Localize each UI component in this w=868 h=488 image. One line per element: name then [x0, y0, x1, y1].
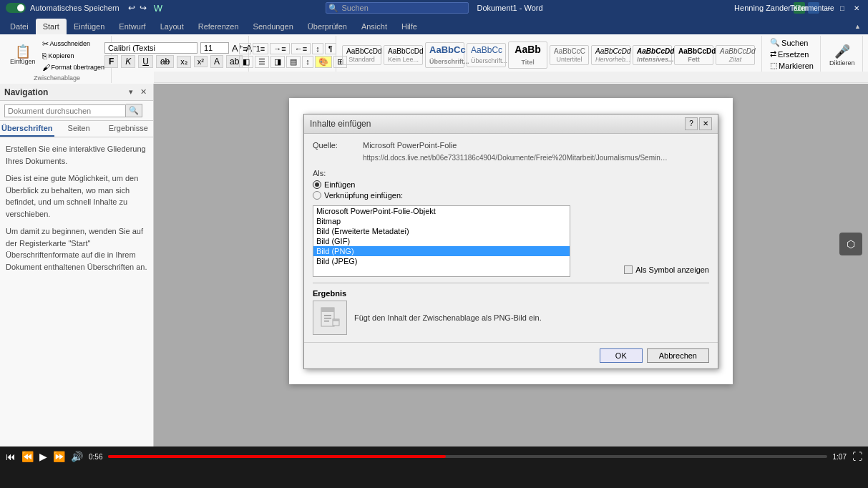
video-progress-bar[interactable]	[108, 455, 826, 458]
sort-btn[interactable]: ↕	[312, 43, 323, 54]
radio-row-einfuegen: Einfügen	[313, 180, 617, 189]
style-untertitel[interactable]: AaBbCcCUntertitel	[550, 45, 589, 65]
mark-button[interactable]: ⬚ Markieren	[768, 60, 816, 71]
tab-ergebnisse[interactable]: Ergebnisse	[104, 121, 153, 137]
paste-button[interactable]: 📋 Einfügen	[7, 44, 39, 67]
align-left-btn[interactable]: ◧	[239, 56, 253, 68]
ok-button[interactable]: OK	[600, 348, 643, 363]
prev-btn[interactable]: ⏪	[21, 451, 34, 462]
format-paint-button[interactable]: 🖌 Format übertragen	[40, 62, 107, 72]
align-center-btn[interactable]: ☰	[255, 56, 269, 68]
subscript-btn[interactable]: x₂	[177, 56, 191, 68]
document-page[interactable]: Inhalte einfügen ? ✕ Quelle: Microsoft P…	[289, 98, 733, 384]
tab-ueberpruefen[interactable]: Überprüfen	[301, 19, 354, 34]
shading-btn[interactable]: 🎨	[315, 56, 332, 68]
style-kein-lee[interactable]: AaBbCcDdKein Lee...	[384, 45, 423, 65]
ribbon-collapse-btn[interactable]: ▲	[847, 19, 868, 34]
sidebar-menu-btn[interactable]: ▾	[127, 87, 135, 97]
sidebar-close-btn[interactable]: ✕	[138, 87, 149, 97]
comments-button[interactable]: Kommentare	[808, 2, 819, 14]
strikethrough-btn[interactable]: ab	[156, 55, 174, 68]
svg-rect-6	[333, 319, 339, 321]
list-item-3[interactable]: Bild (GIF)	[313, 236, 570, 246]
fullscreen-btn[interactable]: ⛶	[852, 451, 862, 462]
tab-ansicht[interactable]: Ansicht	[354, 19, 394, 34]
copy-button[interactable]: ⎘ Kopieren	[40, 51, 107, 61]
radio-verknuepfung-label: Verknüpfung einfügen:	[324, 191, 403, 200]
autosave-toggle[interactable]	[6, 3, 26, 13]
list-item-4[interactable]: Bild (PNG)	[313, 246, 570, 256]
italic-button[interactable]: K	[121, 55, 135, 68]
indent-btn[interactable]: →≡	[270, 43, 289, 54]
tab-datei[interactable]: Datei	[3, 19, 36, 34]
outdent-btn[interactable]: ←≡	[291, 43, 311, 54]
radio-row-verknuepfung: Verknüpfung einfügen:	[313, 191, 617, 200]
result-section: Ergebnis	[313, 283, 709, 335]
tab-sendungen[interactable]: Sendungen	[246, 19, 301, 34]
list-item-1[interactable]: Bitmap	[313, 216, 570, 226]
minimize-button[interactable]: ─	[822, 2, 834, 14]
style-ueberschrift1[interactable]: AaBbCcÜberschrift...	[425, 42, 464, 68]
volume-btn[interactable]: 🔊	[71, 451, 83, 462]
underline-button[interactable]: U	[138, 55, 153, 68]
list-item-2[interactable]: Bild (Erweiterte Metadatei)	[313, 226, 570, 236]
rewind-btn[interactable]: ⏮	[6, 451, 16, 462]
replace-label: Ersetzen	[778, 50, 809, 59]
tab-layout[interactable]: Layout	[153, 19, 191, 34]
redo-btn[interactable]: ↪	[140, 3, 147, 13]
tab-seiten[interactable]: Seiten	[54, 121, 104, 137]
undo-btn[interactable]: ↩	[128, 3, 135, 13]
style-hervorhebung[interactable]: AaBbCcDdHervorheb...	[591, 45, 630, 65]
superscript-btn[interactable]: x²	[194, 56, 208, 67]
paragraph-marks-btn[interactable]: ¶	[325, 43, 336, 54]
cancel-button[interactable]: Abbrechen	[647, 348, 709, 363]
bold-button[interactable]: F	[104, 55, 118, 68]
radio-einfuegen[interactable]	[313, 180, 321, 189]
justify-btn[interactable]: ▤	[286, 56, 301, 68]
list-item-0[interactable]: Microsoft PowerPoint-Folie-Objekt	[313, 206, 570, 216]
ribbon-group-clipboard: 📋 Einfügen ✂ Ausschneiden ⎘ Kopieren 🖌 F…	[3, 36, 112, 83]
list-btn[interactable]: ≡	[239, 43, 250, 54]
word-icon: W	[154, 3, 162, 14]
sidebar-search-button[interactable]: 🔍	[126, 104, 142, 117]
diktieren-label: Diktieren	[829, 59, 855, 67]
title-search-bar[interactable]: 🔍 Suchen	[325, 2, 468, 14]
video-taskbar: ⏮ ⏪ ▶ ⏩ 🔊 0:56 1:07 ⛶	[0, 467, 868, 488]
cut-button[interactable]: ✂ Ausschneiden	[40, 39, 107, 49]
style-titel[interactable]: AaBbTitel	[508, 42, 547, 69]
font-name-input[interactable]	[104, 42, 198, 54]
align-right-btn[interactable]: ◨	[270, 56, 285, 68]
tab-referenzen[interactable]: Referenzen	[191, 19, 246, 34]
tab-start[interactable]: Start	[36, 19, 67, 34]
style-zitat[interactable]: AaBbCcDdZitat	[716, 45, 755, 65]
format-list-box[interactable]: Microsoft PowerPoint-Folie-Objekt Bitmap…	[313, 205, 570, 277]
dialog-right-section: Als Symbol anzeigen	[624, 169, 709, 277]
als-symbol-checkbox[interactable]	[624, 265, 633, 274]
tab-hilfe[interactable]: Hilfe	[394, 19, 424, 34]
sidebar-search-input[interactable]	[4, 104, 126, 117]
float-action-btn[interactable]: ⬡	[839, 233, 862, 255]
style-standard[interactable]: AaBbCcDdStandard	[342, 45, 381, 65]
tab-einfuegen[interactable]: Einfügen	[67, 19, 112, 34]
style-fett[interactable]: AaBbCcDdFett	[674, 45, 713, 65]
font-color-btn[interactable]: A	[210, 55, 223, 68]
dialog-help-btn[interactable]: ?	[685, 117, 698, 130]
font-size-input[interactable]	[200, 42, 229, 54]
replace-button[interactable]: ⇄ Ersetzen	[768, 49, 811, 59]
next-btn[interactable]: ⏩	[53, 451, 65, 462]
search-button[interactable]: 🔍 Suchen	[768, 37, 810, 48]
maximize-button[interactable]: □	[837, 2, 848, 14]
line-spacing-btn[interactable]: ↕	[302, 56, 313, 68]
copy-icon: ⎘	[42, 52, 47, 60]
play-btn[interactable]: ▶	[39, 451, 47, 462]
style-intensives[interactable]: AaBbCcDdIntensives...	[633, 45, 672, 65]
style-ueberschrift2[interactable]: AaBbCcÜberschrift...	[467, 43, 506, 67]
tab-entwurf[interactable]: Entwurf	[112, 19, 152, 34]
diktieren-button[interactable]: 🎤 Diktieren	[826, 42, 858, 68]
list-item-5[interactable]: Bild (JPEG)	[313, 256, 570, 266]
close-button[interactable]: ✕	[851, 2, 862, 14]
ordered-list-btn[interactable]: 1≡	[253, 43, 269, 54]
tab-ueberschriften[interactable]: Überschriften	[0, 121, 54, 137]
dialog-close-btn[interactable]: ✕	[699, 117, 712, 130]
radio-verknuepfung[interactable]	[313, 191, 321, 200]
